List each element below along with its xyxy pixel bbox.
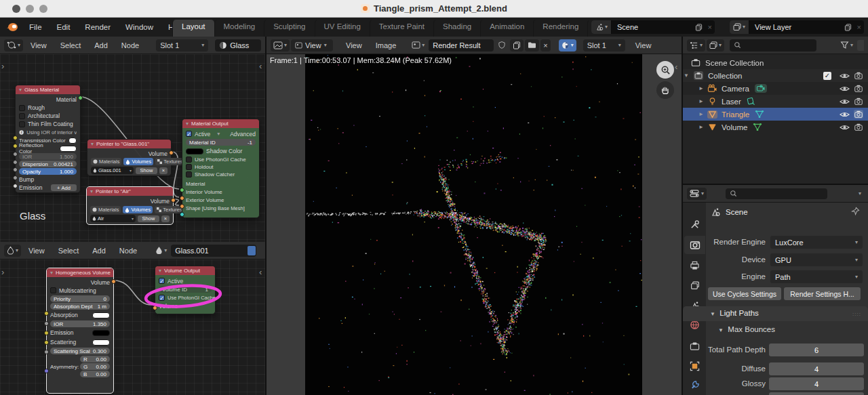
engine-select[interactable]: Path▾ xyxy=(770,270,863,283)
scattering-socket[interactable] xyxy=(44,340,49,345)
tab-output[interactable] xyxy=(684,256,705,274)
options-chevron-icon[interactable]: ▾ xyxy=(859,191,861,196)
emission-color-swatch[interactable] xyxy=(92,330,110,336)
node-material-output[interactable]: ▾Material Output ✓Active▾Advanced Materi… xyxy=(182,119,260,218)
max-bounces-subpanel-header[interactable]: ▼ Max Bounces xyxy=(718,325,775,333)
disclosure-icon[interactable]: ► xyxy=(698,85,705,91)
shape-socket[interactable] xyxy=(180,212,184,217)
camera-restrict-icon[interactable] xyxy=(854,110,863,119)
scattering-color-swatch[interactable] xyxy=(92,339,110,346)
collection-checkbox[interactable]: ✓ xyxy=(823,72,831,80)
tab-object[interactable] xyxy=(684,357,705,375)
blender-logo-icon[interactable] xyxy=(6,21,19,33)
multiscattering-checkbox[interactable] xyxy=(50,287,56,293)
use-photongi-checkbox[interactable]: ✓ xyxy=(159,295,165,301)
shadow-color-swatch[interactable] xyxy=(186,148,203,154)
tab-textures[interactable]: Textures xyxy=(155,158,184,165)
emission-socket[interactable] xyxy=(44,331,49,335)
volume-datablock-field[interactable]: Glass.001 xyxy=(171,245,256,257)
architectural-checkbox[interactable] xyxy=(19,113,25,119)
filter-display-button[interactable]: ▾ xyxy=(707,39,724,51)
menu-add[interactable]: Add xyxy=(88,39,114,51)
menu-view[interactable]: View xyxy=(24,39,53,51)
interior-volume-socket[interactable] xyxy=(180,196,184,201)
emission-add-button[interactable]: + Add xyxy=(51,184,77,191)
tab-view-layer[interactable] xyxy=(684,276,705,295)
new-collection-icon[interactable] xyxy=(857,40,864,51)
volume-output-socket[interactable] xyxy=(111,279,116,284)
tab-modifiers[interactable] xyxy=(684,376,705,394)
material-name-field[interactable]: Glass xyxy=(215,39,261,51)
pan-gizmo-button[interactable] xyxy=(656,81,674,99)
tab-volumes[interactable]: Volumes xyxy=(123,206,153,213)
priority-field[interactable]: Priority0 xyxy=(50,295,110,302)
camera-restrict-icon[interactable] xyxy=(854,84,863,93)
volume-id-field[interactable]: Volume ID1 xyxy=(159,286,212,293)
volume-node-canvas[interactable]: › ‹ ▾Homogeneous Volume Volume Multiscat… xyxy=(0,259,265,395)
dispersion-slider[interactable]: Dispersion0.00421 xyxy=(19,161,77,167)
image-viewport[interactable]: Frame:1 | Time:00:53.07 | Mem:38.24M (Pe… xyxy=(267,54,682,395)
zoom-gizmo-button[interactable] xyxy=(656,61,674,79)
absorption-color-swatch[interactable] xyxy=(92,312,110,318)
editor-type-button[interactable]: ▾ xyxy=(687,188,707,200)
editor-type-button[interactable]: ▾ xyxy=(4,39,23,51)
menu-node[interactable]: Node xyxy=(113,245,143,257)
hide-eye-icon[interactable] xyxy=(840,72,850,80)
disclosure-icon[interactable]: ► xyxy=(698,124,705,130)
volume-output-socket[interactable] xyxy=(171,198,176,203)
workspace-tab-animation[interactable]: Animation xyxy=(480,20,533,37)
advanced-label[interactable]: Advanced xyxy=(230,131,256,138)
node-pointer-glass[interactable]: ▾Pointer to "Glass.001" Volume Materials… xyxy=(87,139,172,176)
light-paths-panel-header[interactable]: ▼ Light Paths :::: xyxy=(683,306,868,321)
tab-render[interactable] xyxy=(684,236,705,254)
specular-bounces-field[interactable]: 6 xyxy=(769,392,864,395)
node-header[interactable]: ▾Material Output xyxy=(182,119,259,128)
node-homogeneous-volume[interactable]: ▾Homogeneous Volume Volume Multiscatteri… xyxy=(46,268,114,394)
diffuse-bounces-field[interactable]: 4 xyxy=(769,362,864,375)
dropdown-icon[interactable]: ▾ xyxy=(217,131,220,137)
outliner-row-scene-collection[interactable]: Scene Collection xyxy=(683,56,868,69)
asymmetry-b-field[interactable]: B0.00 xyxy=(80,371,110,377)
ior-socket[interactable] xyxy=(13,152,18,157)
active-checkbox[interactable]: ✓ xyxy=(159,278,165,284)
show-button[interactable]: Show xyxy=(138,215,159,222)
volume-datablock-select[interactable]: Air▾ xyxy=(90,215,136,222)
menu-edit[interactable]: Edit xyxy=(51,21,77,33)
fake-user-icon[interactable] xyxy=(248,246,256,255)
render-engine-select[interactable]: LuxCore▾ xyxy=(770,236,863,249)
panel-drag-icon[interactable]: :::: xyxy=(852,311,861,317)
render-settings-button[interactable]: Render Settings H... xyxy=(784,287,861,300)
material-input-socket[interactable] xyxy=(180,188,184,192)
node-header[interactable]: ▾Volume Output xyxy=(155,266,215,275)
hide-eye-icon[interactable] xyxy=(840,123,850,131)
asymmetry-g-field[interactable]: G0.00 xyxy=(80,363,110,370)
menu-select[interactable]: Select xyxy=(52,245,85,257)
shadow-catcher-checkbox[interactable] xyxy=(186,171,192,178)
disclosure-icon[interactable]: ► xyxy=(698,111,705,117)
folder-icon[interactable] xyxy=(525,39,539,51)
volume-datablock-select[interactable]: Glass.001▾ xyxy=(91,167,134,174)
copy-icon[interactable] xyxy=(692,20,705,34)
dispersion-socket[interactable] xyxy=(13,160,18,165)
active-checkbox[interactable]: ✓ xyxy=(186,131,192,137)
close-icon[interactable]: × xyxy=(705,20,715,34)
material-id-field[interactable]: Material ID-1 xyxy=(186,139,256,146)
workspace-tab-sculpting[interactable]: Sculpting xyxy=(264,20,314,37)
camera-restrict-icon[interactable] xyxy=(854,71,863,80)
transmission-color-swatch[interactable] xyxy=(68,138,77,144)
menu-view[interactable]: View xyxy=(22,245,51,257)
workspace-tab-shading[interactable]: Shading xyxy=(433,20,480,37)
total-path-depth-field[interactable]: 6 xyxy=(769,344,864,356)
outliner-row-camera[interactable]: ► Camera xyxy=(683,82,868,95)
ior-field[interactable]: IOR1.350 xyxy=(50,320,110,327)
workspace-tab-modeling[interactable]: Modeling xyxy=(214,20,264,37)
workspace-tab-rendering[interactable]: Rendering xyxy=(533,20,587,37)
material-slot-select[interactable]: Slot 1▾ xyxy=(156,39,208,51)
menu-view-layer[interactable]: View xyxy=(629,39,658,51)
menu-view[interactable]: View xyxy=(340,39,368,51)
thin-film-checkbox[interactable] xyxy=(19,121,25,127)
view-layer-browse-button[interactable]: ▾ xyxy=(730,20,749,34)
shield-icon[interactable] xyxy=(495,39,509,51)
scattering-scale-field[interactable]: Scattering Scal0.300 xyxy=(50,348,110,354)
workspace-tab-compositing[interactable]: Compositing xyxy=(587,20,589,37)
